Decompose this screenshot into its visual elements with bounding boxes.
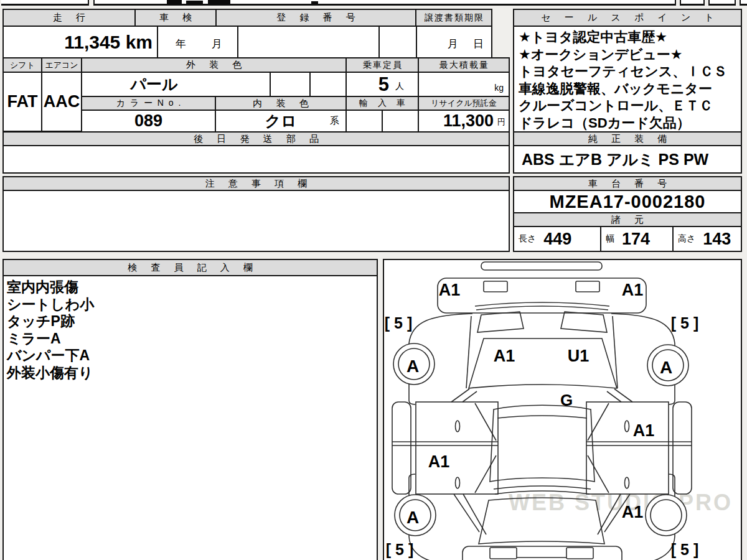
spec-length-value: 449 [543,230,571,249]
headlight-right [576,281,599,292]
spec-width-value: 174 [622,230,650,249]
mark-tread-rear-left: [ 5 ] [386,541,413,558]
watermark: WEB STUDIO PRO [509,490,733,515]
recycle-deposit-header: リサイクル預託金 [418,96,510,111]
maxload-header: 最大積載量 [418,57,510,73]
import-header: 輸 入 車 [345,96,419,111]
inspector-line: バンパー下A [7,347,377,365]
door-handle [625,421,629,432]
shaken-value: 年 月 [157,26,238,58]
roof-line [497,416,587,418]
glyph-fragment [167,0,182,5]
auction-sheet: { "top_table": { "mileage_label": "走 行",… [0,0,747,560]
color-no-header: カ ラ ー N o . [81,96,216,111]
hood-panel [438,278,646,313]
recycle-deposit-value: 11,300 円 [418,110,510,133]
registration-value [237,26,380,58]
recycle-deposit-unit: 円 [497,116,505,131]
inspector-content: 室内内張傷 シートしわ小 タッチP跡 ミラーA バンパー下A 外装小傷有り [4,276,377,381]
glyph-fragment [208,0,230,5]
mark-tread-front-right: [ 5 ] [671,314,698,332]
import-value-cell-a [345,110,383,133]
spec-length-label: 長さ [519,233,536,245]
mark-door-right: A1 [633,421,655,440]
caution-header: 注 意 事 項 欄 [2,176,510,191]
inspector-header: 検 査 員 記 入 欄 [4,260,377,276]
cowl-line [476,306,608,310]
windshield [469,338,617,388]
spec-width: 幅 174 [600,226,674,252]
tail-light-left [490,548,517,559]
maxload-value: kg [418,72,510,97]
headlight-left [484,281,507,292]
mark-wheel-rear-left: A [406,508,419,527]
sales-point-line: トヨタセーフティセンス、ＩＣＳ [519,63,741,80]
wheel-rear-right-inner [651,500,682,531]
spec-length: 長さ 449 [513,226,601,252]
inspector-line: ミラーA [7,330,377,348]
mark-cowl: U1 [568,347,590,365]
interior-color-header: 内 装 色 [215,96,347,111]
aircon-header: エアコン [41,57,82,73]
sales-point-line: 車線逸脱警報、バックモニター [519,80,741,98]
mark-quarter-right: A1 [622,503,644,521]
sales-point-line: クルーズコントロール、ＥＴＣ [519,97,741,114]
sales-point-line: ドラレコ（SDカード欠品） [519,114,741,132]
import-value-cell-b [382,110,419,133]
inspector-line: 室内内張傷 [7,279,377,296]
spec-width-label: 幅 [606,233,614,245]
rocker-right [673,402,692,494]
later-parts-value [2,145,510,174]
caution-content [2,190,510,252]
interior-color-value: クロ 系 [215,110,347,133]
chassis-header: 車 台 番 号 [513,176,742,191]
inspector-line: 外装小傷有り [7,365,377,382]
capacity-value: 5 人 [345,72,419,97]
transfer-day-label: 日 [473,37,484,51]
exterior-color-value: パール [81,72,271,97]
glyph-fragment [311,1,318,4]
mark-front-corner-left: A1 [439,281,461,299]
mark-tread-front-left: [ 5 ] [385,314,412,332]
beltline-left [392,442,498,446]
sales-points-content: ★トヨタ認定中古車歴★ ★オークションデビュー★ トヨタセーフティセンス、ＩＣＳ… [513,26,742,133]
inspector-box: 検 査 員 記 入 欄 室内内張傷 シートしわ小 タッチP跡 ミラーA バンパー… [2,259,378,560]
capacity-number: 5 [378,73,389,96]
door-handle [625,477,629,488]
recycle-deposit-number: 11,300 [443,111,494,131]
interior-color-suffix: 系 [330,115,339,127]
maxload-unit: kg [494,83,504,93]
damage-diagram-box: WEB STUDIO PRO [383,259,742,560]
pillar-line [451,389,477,402]
front-bumper [481,262,602,270]
sales-points-header: セ ー ル ス ポ イ ン ト [513,9,742,27]
capacity-unit: 人 [395,81,404,96]
registration-header: 登 録 番 号 [215,9,416,27]
transfer-deadline-header: 譲渡書類期限 [415,9,492,27]
beltline-right [586,442,692,446]
cowl-line [475,302,609,306]
interior-color-name: クロ [265,111,296,131]
inspector-line: シートしわ小 [7,296,377,314]
windshield-pane-left [477,312,524,332]
shift-header: シフト [2,57,42,73]
pillar-line [607,389,632,402]
shift-value: FAT [2,72,42,132]
mark-wheel-front-left: A [406,357,419,376]
color-no-value: 089 [81,110,216,133]
spec-height-value: 143 [703,230,731,249]
sales-point-line: ★オークションデビュー★ [519,46,741,63]
mileage-value: 11,345 km [2,26,158,58]
mark-tread-rear-right: [ 5 ] [671,541,698,558]
mark-front-corner-right: A1 [622,281,644,299]
pillar-line [454,494,486,534]
transfer-month-label: 月 [448,37,458,51]
specs-header: 諸 元 [513,212,742,227]
registration-sub-cell [378,26,417,58]
spec-height-label: 高さ [678,233,695,245]
roof-panel [490,405,594,482]
door-handle [456,421,460,432]
mark-wheel-front-right: A [660,358,672,377]
fender-front-left-edge [466,316,471,388]
exterior-color-sub-cell-2 [309,72,347,97]
